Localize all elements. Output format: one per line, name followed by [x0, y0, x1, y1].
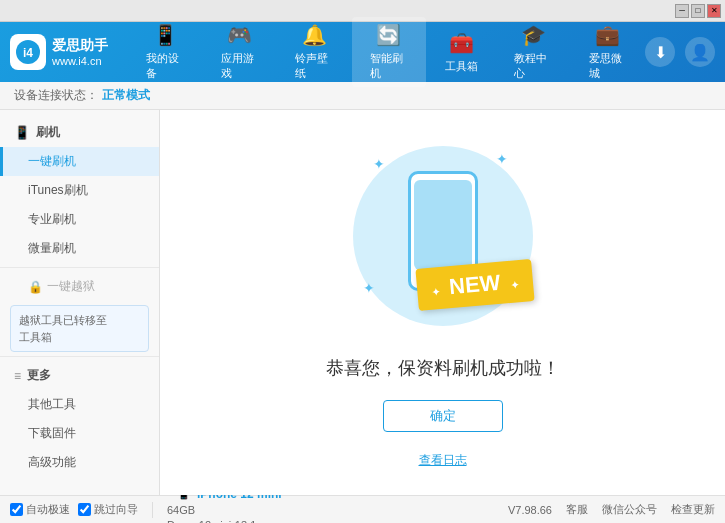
nav-right: ⬇ 👤 — [645, 37, 715, 67]
nav-label-wei-store: 爱思微城 — [589, 51, 628, 81]
more-link[interactable]: 查看日志 — [419, 452, 467, 469]
bottom-right: V7.98.66 客服 微信公众号 检查更新 — [508, 502, 715, 517]
nav-item-wei-store[interactable]: 💼 爱思微城 — [571, 17, 646, 87]
nav-icon-wei-store: 💼 — [595, 23, 620, 47]
version-label: V7.98.66 — [508, 504, 552, 516]
nav-label-tutorial: 教程中心 — [514, 51, 553, 81]
sidebar-disabled-jailbreak: 🔒 一键越狱 — [0, 272, 159, 301]
close-button[interactable]: ✕ — [707, 4, 721, 18]
nav-item-tutorial[interactable]: 🎓 教程中心 — [496, 17, 571, 87]
nav-item-my-device[interactable]: 📱 我的设备 — [128, 17, 203, 87]
logo-subtitle: www.i4.cn — [52, 54, 108, 68]
bottom-separator — [152, 502, 153, 518]
more-section-icon: ≡ — [14, 369, 21, 383]
nav-label-ringtone: 铃声壁纸 — [295, 51, 334, 81]
status-value: 正常模式 — [102, 87, 150, 104]
nav-label-app-game: 应用游戏 — [221, 51, 260, 81]
flash-section-icon: 📱 — [14, 125, 30, 140]
sidebar: 📱 刷机 一键刷机 iTunes刷机 专业刷机 微量刷机 🔒 一键越狱 越狱工具… — [0, 110, 160, 495]
logo-text: 爱思助手 www.i4.cn — [52, 36, 108, 68]
sparkle-1: ✦ — [373, 156, 385, 172]
jailbreak-label: 一键越狱 — [47, 278, 95, 295]
nav-icon-tutorial: 🎓 — [521, 23, 546, 47]
sidebar-divider-2 — [0, 356, 159, 357]
sidebar-item-save-flash[interactable]: 微量刷机 — [0, 234, 159, 263]
nav-label-smart-shop: 智能刷机 — [370, 51, 409, 81]
itunes-flash-label: iTunes刷机 — [28, 183, 88, 197]
sidebar-item-pro-flash[interactable]: 专业刷机 — [0, 205, 159, 234]
main-layout: 📱 刷机 一键刷机 iTunes刷机 专业刷机 微量刷机 🔒 一键越狱 越狱工具… — [0, 110, 725, 495]
device-storage-text: 64GB — [167, 504, 195, 516]
nav-label-my-device: 我的设备 — [146, 51, 185, 81]
success-title: 恭喜您，保资料刷机成功啦！ — [326, 356, 560, 380]
nav-icon-my-device: 📱 — [153, 23, 178, 47]
sidebar-info-box: 越狱工具已转移至工具箱 — [10, 305, 149, 352]
maximize-button[interactable]: □ — [691, 4, 705, 18]
pro-flash-label: 专业刷机 — [28, 212, 76, 226]
other-tools-label: 其他工具 — [28, 397, 76, 411]
device-storage: 64GB — [167, 503, 282, 518]
lock-icon: 🔒 — [28, 280, 43, 294]
confirm-button[interactable]: 确定 — [383, 400, 503, 432]
sidebar-item-advanced[interactable]: 高级功能 — [0, 448, 159, 477]
phone-illustration: ✦ ✦ ✦ NEW — [343, 136, 543, 336]
nav-icon-smart-shop: 🔄 — [376, 23, 401, 47]
new-badge: NEW — [415, 259, 534, 311]
one-key-flash-label: 一键刷机 — [28, 154, 76, 168]
nav-item-smart-shop[interactable]: 🔄 智能刷机 — [352, 17, 427, 87]
download-firmware-label: 下载固件 — [28, 426, 76, 440]
auto-send-check[interactable] — [10, 503, 23, 516]
flash-section-label: 刷机 — [36, 124, 60, 141]
save-flash-label: 微量刷机 — [28, 241, 76, 255]
nav-icon-app-game: 🎮 — [227, 23, 252, 47]
status-label: 设备连接状态： — [14, 87, 98, 104]
content-area: ✦ ✦ ✦ NEW 恭喜您，保资料刷机成功啦！ 确定 查看日志 — [160, 110, 725, 495]
phone-screen — [414, 180, 472, 270]
success-panel: ✦ ✦ ✦ NEW 恭喜您，保资料刷机成功啦！ 确定 查看日志 — [326, 136, 560, 469]
skip-wizard-checkbox[interactable]: 跳过向导 — [78, 502, 138, 517]
wechat-button[interactable]: 微信公众号 — [602, 502, 657, 517]
advanced-label: 高级功能 — [28, 455, 76, 469]
logo-icon: i4 — [10, 34, 46, 70]
sidebar-item-other-tools[interactable]: 其他工具 — [0, 390, 159, 419]
sidebar-item-one-key-flash[interactable]: 一键刷机 — [0, 147, 159, 176]
logo[interactable]: i4 爱思助手 www.i4.cn — [10, 34, 108, 70]
nav-item-toolbox[interactable]: 🧰 工具箱 — [426, 17, 496, 87]
skip-wizard-check[interactable] — [78, 503, 91, 516]
skip-wizard-label: 跳过向导 — [94, 502, 138, 517]
window-controls[interactable]: ─ □ ✕ — [675, 4, 721, 18]
sparkle-3: ✦ — [363, 280, 375, 296]
sidebar-section-flash: 📱 刷机 — [0, 118, 159, 147]
sparkle-2: ✦ — [496, 151, 508, 167]
nav-item-app-game[interactable]: 🎮 应用游戏 — [203, 17, 278, 87]
service-button[interactable]: 客服 — [566, 502, 588, 517]
check-update-button[interactable]: 检查更新 — [671, 502, 715, 517]
device-model: Down-12mini-13,1 — [167, 518, 282, 523]
minimize-button[interactable]: ─ — [675, 4, 689, 18]
nav-bar: i4 爱思助手 www.i4.cn 📱 我的设备 🎮 应用游戏 🔔 铃声壁纸 🔄… — [0, 22, 725, 82]
sidebar-divider-1 — [0, 267, 159, 268]
sidebar-item-itunes-flash[interactable]: iTunes刷机 — [0, 176, 159, 205]
download-button[interactable]: ⬇ — [645, 37, 675, 67]
user-button[interactable]: 👤 — [685, 37, 715, 67]
nav-icon-toolbox: 🧰 — [449, 31, 474, 55]
nav-label-toolbox: 工具箱 — [445, 59, 478, 74]
nav-icon-ringtone: 🔔 — [302, 23, 327, 47]
svg-text:i4: i4 — [23, 46, 33, 60]
auto-send-label: 自动极速 — [26, 502, 70, 517]
info-text: 越狱工具已转移至工具箱 — [19, 314, 107, 343]
auto-send-checkbox[interactable]: 自动极速 — [10, 502, 70, 517]
new-badge-text: NEW — [448, 270, 501, 299]
bottom-bar: 自动极速 跳过向导 📱 iPhone 12 mini 64GB Down-12m… — [0, 495, 725, 523]
more-section-label: 更多 — [27, 367, 51, 384]
nav-items: 📱 我的设备 🎮 应用游戏 🔔 铃声壁纸 🔄 智能刷机 🧰 工具箱 🎓 教程中心… — [128, 17, 645, 87]
logo-title: 爱思助手 — [52, 36, 108, 54]
device-model-text: Down-12mini-13,1 — [167, 519, 256, 523]
sidebar-item-download-firmware[interactable]: 下载固件 — [0, 419, 159, 448]
nav-item-ringtone[interactable]: 🔔 铃声壁纸 — [277, 17, 352, 87]
sidebar-section-more: ≡ 更多 — [0, 361, 159, 390]
